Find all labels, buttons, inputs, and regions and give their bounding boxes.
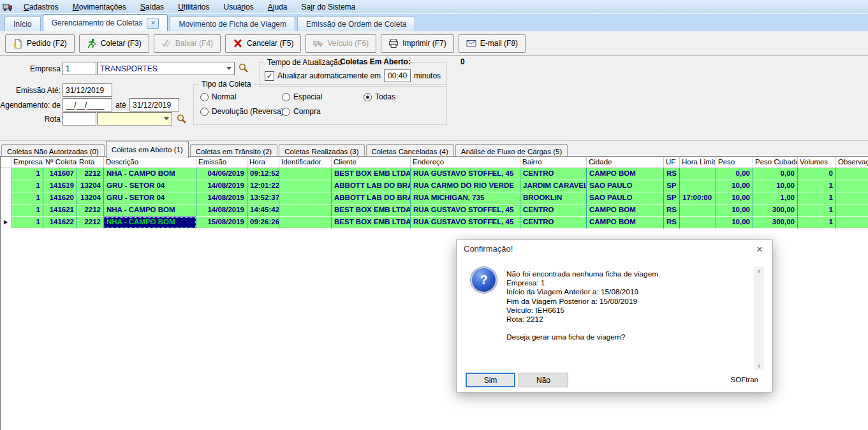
dialog-scrollbar[interactable]: ∧∨: [754, 267, 764, 370]
cell-hora_limite[interactable]: 17:00:00: [680, 192, 716, 204]
cell-emissao[interactable]: 14/08/2019: [196, 180, 247, 192]
tab-emissao-de-ordem-de-coleta[interactable]: Emissão de Ordem de Coleta: [297, 16, 415, 31]
cell-uf[interactable]: RS: [664, 204, 680, 217]
cell-cliente[interactable]: ABBOTT LAB DO BRASIL: [332, 180, 411, 192]
table-row[interactable]: 114161913204GRU - SETOR 0414/08/201912:0…: [1, 180, 868, 192]
column-header-cidade[interactable]: Cidade: [587, 157, 664, 168]
search-icon[interactable]: [176, 113, 188, 125]
cell-ncoleta[interactable]: 141620: [43, 192, 77, 204]
cell-bairro[interactable]: JARDIM CARAVELA: [520, 180, 587, 192]
column-header-rota[interactable]: Rota: [77, 157, 104, 168]
cell-endereco[interactable]: RUA GUSTAVO STOFFEL, 45: [411, 168, 520, 180]
cell-observacao[interactable]: [836, 180, 868, 192]
dialog-button-sim[interactable]: Sim: [466, 373, 515, 387]
cell-descricao[interactable]: GRU - SETOR 04: [104, 180, 196, 192]
cell-peso_cubado[interactable]: 10,00: [753, 180, 798, 192]
cell-emissao[interactable]: 14/08/2019: [196, 192, 247, 204]
cell-empresa[interactable]: 1: [11, 204, 43, 217]
cell-endereco[interactable]: RUA CARMO DO RIO VERDE: [411, 180, 520, 192]
column-header-endereco[interactable]: Endereço: [411, 157, 520, 168]
close-icon[interactable]: ✕: [753, 243, 767, 255]
auto-refresh-checkbox[interactable]: ✓: [265, 71, 274, 81]
cell-ncoleta[interactable]: 141607: [43, 168, 77, 180]
subtab-coletas-em-aberto-1[interactable]: Coletas em Aberto (1): [106, 141, 189, 158]
cell-empresa[interactable]: 1: [11, 168, 43, 180]
menu-item-usuarios[interactable]: Usuários: [216, 1, 260, 13]
radio-devolucao-reversa[interactable]: Devolução (Reversa): [200, 107, 284, 116]
scroll-down-button[interactable]: ∨: [754, 361, 764, 370]
cell-ncoleta[interactable]: 141621: [43, 204, 77, 217]
cell-hora[interactable]: 14:45:42: [247, 204, 279, 217]
cell-uf[interactable]: SP: [664, 180, 680, 192]
row-selector[interactable]: [1, 168, 11, 180]
cell-observacao[interactable]: [836, 192, 868, 204]
scroll-up-button[interactable]: ∧: [754, 267, 764, 276]
cell-bairro[interactable]: BROOKLIN: [520, 192, 587, 204]
cell-cidade[interactable]: SAO PAULO: [587, 180, 664, 192]
cell-cidade[interactable]: CAMPO BOM: [587, 168, 664, 180]
menu-item-cadastros[interactable]: Cadastros: [17, 1, 66, 13]
cell-descricao[interactable]: NHA - CAMPO BOM: [104, 204, 196, 217]
cell-rota[interactable]: 2212: [77, 168, 104, 180]
tab-gerenciamento-de-coletas[interactable]: Gerenciamento de Coletas✕: [43, 14, 168, 31]
cell-hora[interactable]: 09:26:26: [247, 217, 279, 229]
cell-peso_cubado[interactable]: 300,00: [753, 217, 798, 229]
column-header-descricao[interactable]: Descrição: [104, 157, 196, 168]
cell-uf[interactable]: SP: [664, 192, 680, 204]
cell-uf[interactable]: RS: [664, 217, 680, 229]
emissao-ate-input[interactable]: [63, 83, 112, 97]
cell-uf[interactable]: RS: [664, 168, 680, 180]
empresa-code-input[interactable]: [63, 62, 96, 75]
rota-combo[interactable]: [97, 112, 172, 125]
cell-endereco[interactable]: RUA GUSTAVO STOFFEL, 45: [411, 204, 520, 217]
cell-identificador[interactable]: [279, 217, 332, 229]
cell-cliente[interactable]: BEST BOX EMB LTDA: [332, 168, 411, 180]
rota-code-input[interactable]: [63, 112, 96, 125]
cell-identificador[interactable]: [279, 180, 332, 192]
cell-hora[interactable]: 13:52:37: [247, 192, 279, 204]
cell-peso_cubado[interactable]: 300,00: [753, 204, 798, 217]
cell-empresa[interactable]: 1: [11, 192, 43, 204]
cell-peso[interactable]: 10,00: [716, 217, 753, 229]
cell-ncoleta[interactable]: 141622: [43, 217, 77, 229]
cell-cliente[interactable]: ABBOTT LAB DO BRASIL: [332, 192, 411, 204]
refresh-interval-input[interactable]: [384, 69, 411, 82]
cell-bairro[interactable]: CENTRO: [520, 204, 587, 217]
cell-volumes[interactable]: 1: [798, 217, 836, 229]
cell-rota[interactable]: 2212: [77, 217, 104, 229]
cell-peso_cubado[interactable]: 1,00: [753, 192, 798, 204]
column-header-identificador[interactable]: Identificador: [279, 157, 332, 168]
cell-cliente[interactable]: BEST BOX EMB LTDA: [332, 204, 411, 217]
cell-observacao[interactable]: [836, 204, 868, 217]
cell-ncoleta[interactable]: 141619: [43, 180, 77, 192]
cell-cliente[interactable]: BEST BOX EMB LTDA: [332, 217, 411, 229]
table-row[interactable]: ▶11416222212NHA - CAMPO BOM15/08/201909:…: [1, 217, 868, 229]
cell-volumes[interactable]: 1: [798, 204, 836, 217]
cell-endereco[interactable]: RUA MICHIGAN, 735: [411, 192, 520, 204]
radio-compra[interactable]: Compra: [282, 107, 321, 116]
cell-hora[interactable]: 09:12:52: [247, 168, 279, 180]
cell-descricao[interactable]: NHA - CAMPO BOM: [104, 168, 196, 180]
cell-empresa[interactable]: 1: [11, 217, 43, 229]
cell-bairro[interactable]: CENTRO: [520, 217, 587, 229]
search-icon[interactable]: [238, 62, 249, 74]
radio-especial[interactable]: Especial: [282, 92, 322, 101]
close-icon[interactable]: ✕: [147, 18, 159, 29]
column-header-peso[interactable]: Peso: [716, 157, 753, 168]
cell-peso[interactable]: 0,00: [716, 168, 753, 180]
cell-peso[interactable]: 10,00: [716, 180, 753, 192]
column-header-emissao[interactable]: Emissão: [196, 157, 247, 168]
column-header-observacao[interactable]: Observação: [836, 157, 868, 168]
cell-rota[interactable]: 13204: [77, 180, 104, 192]
cell-rota[interactable]: 2212: [77, 204, 104, 217]
cell-hora[interactable]: 12:01:22: [247, 180, 279, 192]
cell-descricao[interactable]: GRU - SETOR 04: [104, 192, 196, 204]
empresa-combo[interactable]: TRANSPORTES: [97, 62, 235, 75]
column-header-uf[interactable]: UF: [664, 157, 680, 168]
table-row[interactable]: 11416072212NHA - CAMPO BOM04/06/201909:1…: [1, 168, 868, 180]
column-header-bairro[interactable]: Bairro: [520, 157, 587, 168]
cell-identificador[interactable]: [279, 204, 332, 217]
cell-identificador[interactable]: [279, 192, 332, 204]
cell-emissao[interactable]: 14/08/2019: [196, 204, 247, 217]
cell-identificador[interactable]: [279, 168, 332, 180]
